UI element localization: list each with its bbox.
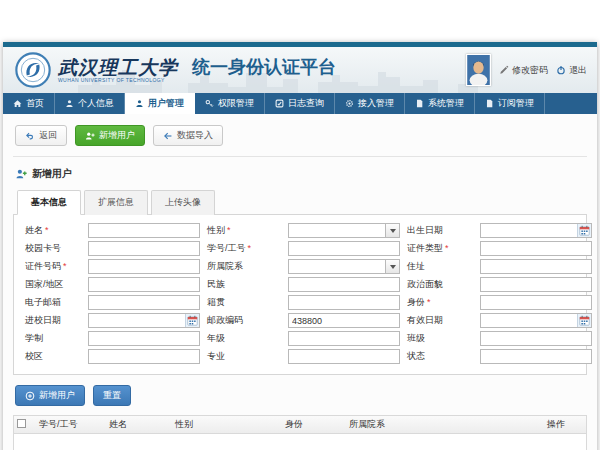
form-actions: 新增用户 重置	[13, 375, 587, 415]
table-header-cell: 身份	[282, 418, 346, 431]
status-input[interactable]	[480, 349, 592, 364]
gender-label: 性别*	[204, 224, 284, 237]
nav-item-user-management[interactable]: 用户管理	[125, 93, 195, 114]
nav-item-system-management[interactable]: 系统管理	[405, 93, 475, 114]
pencil-icon	[499, 65, 509, 75]
campus-card-no-input[interactable]	[88, 241, 200, 256]
department-label: 所属院系	[204, 260, 284, 273]
valid-date-input[interactable]	[480, 313, 592, 328]
chevron-down-icon[interactable]	[385, 260, 399, 273]
schooling-length-field	[88, 331, 200, 346]
file-icon	[415, 99, 424, 108]
name-field	[88, 223, 200, 238]
entry-date-input[interactable]	[88, 313, 200, 328]
required-asterisk: *	[45, 225, 49, 235]
class-input[interactable]	[480, 331, 592, 346]
name-input[interactable]	[88, 223, 200, 238]
university-name: 武汉理工大学	[58, 57, 178, 77]
major-input[interactable]	[288, 349, 400, 364]
change-password-link[interactable]: 修改密码	[499, 64, 548, 77]
nav-item-label: 个人信息	[78, 97, 114, 110]
status-label: 状态	[404, 350, 476, 363]
nav-item-permission-management[interactable]: 权限管理	[195, 93, 265, 114]
user-avatar[interactable]	[466, 54, 491, 86]
plus-circle-icon	[25, 391, 35, 401]
nav-item-subscription-management[interactable]: 订阅管理	[475, 93, 545, 114]
identity-input[interactable]	[480, 295, 592, 310]
country-region-field	[88, 277, 200, 292]
student-no-input[interactable]	[288, 241, 400, 256]
add-user-icon	[85, 131, 95, 141]
add-user-toolbar-button[interactable]: 新增用户	[75, 125, 145, 146]
address-field	[480, 259, 592, 274]
department-field	[288, 259, 400, 274]
student-no-label: 学号/工号*	[204, 242, 284, 255]
schooling-length-label: 学制	[22, 332, 84, 345]
tab-upload-avatar[interactable]: 上传头像	[151, 190, 215, 215]
id-number-label: 证件号码*	[22, 260, 84, 273]
id-number-input[interactable]	[88, 259, 200, 274]
department-select[interactable]	[288, 259, 400, 274]
schooling-length-input[interactable]	[88, 331, 200, 346]
table-header-cell: 性别	[172, 418, 282, 431]
reset-button[interactable]: 重置	[93, 385, 131, 406]
results-table: 学号/工号姓名性别身份所属院系操作	[13, 415, 587, 450]
birth-date-label: 出生日期	[404, 224, 476, 237]
grade-input[interactable]	[288, 331, 400, 346]
status-field	[480, 349, 592, 364]
native-place-input[interactable]	[288, 295, 400, 310]
entry-date-field	[88, 313, 200, 328]
user-form: 姓名*性别*出生日期校园卡号学号/工号*证件类型*证件号码*所属院系住址国家/地…	[22, 223, 578, 364]
id-type-input[interactable]	[480, 241, 592, 256]
valid-date-field	[480, 313, 592, 328]
nav-item-personal-info[interactable]: 个人信息	[55, 93, 125, 114]
section-header: 新增用户	[13, 157, 587, 190]
calendar-icon[interactable]	[577, 314, 591, 327]
postal-code-label: 邮政编码	[204, 314, 284, 327]
address-input[interactable]	[480, 259, 592, 274]
major-field	[288, 349, 400, 364]
nav-item-log-query[interactable]: 日志查询	[265, 93, 335, 114]
calendar-icon[interactable]	[577, 224, 591, 237]
select-all-checkbox[interactable]	[17, 419, 26, 428]
gender-select[interactable]	[288, 223, 400, 238]
nav-item-label: 接入管理	[358, 97, 394, 110]
id-type-field	[480, 241, 592, 256]
native-place-label: 籍贯	[204, 296, 284, 309]
calendar-icon[interactable]	[185, 314, 199, 327]
birth-date-input[interactable]	[480, 223, 592, 238]
logout-link[interactable]: 退出	[556, 64, 587, 77]
nav-item-access-management[interactable]: 接入管理	[335, 93, 405, 114]
address-label: 住址	[404, 260, 476, 273]
required-asterisk: *	[63, 261, 67, 271]
gender-field	[288, 223, 400, 238]
political-status-label: 政治面貌	[404, 278, 476, 291]
campus-card-no-label: 校园卡号	[22, 242, 84, 255]
nav-item-home[interactable]: 首页	[3, 93, 55, 114]
ethnicity-input[interactable]	[288, 277, 400, 292]
tab-basic-info[interactable]: 基本信息	[17, 190, 81, 215]
back-button-label: 返回	[39, 129, 57, 142]
nav-item-label: 用户管理	[148, 97, 184, 110]
birth-date-field	[480, 223, 592, 238]
postal-code-input[interactable]	[288, 313, 400, 328]
platform-title: 统一身份认证平台	[192, 55, 336, 79]
table-header-cell: 学号/工号	[36, 418, 106, 431]
tab-bar: 基本信息扩展信息上传头像	[13, 190, 587, 214]
nav-item-label: 首页	[26, 97, 44, 110]
data-import-button[interactable]: 数据导入	[153, 125, 223, 146]
campus-card-no-field	[88, 241, 200, 256]
data-import-label: 数据导入	[177, 129, 213, 142]
campus-input[interactable]	[88, 349, 200, 364]
grade-label: 年级	[204, 332, 284, 345]
email-input[interactable]	[88, 295, 200, 310]
tab-extended-info[interactable]: 扩展信息	[84, 190, 148, 215]
chevron-down-icon[interactable]	[385, 224, 399, 237]
country-region-input[interactable]	[88, 277, 200, 292]
name-label: 姓名*	[22, 224, 84, 237]
political-status-input[interactable]	[480, 277, 592, 292]
submit-add-user-button[interactable]: 新增用户	[15, 385, 85, 406]
back-button[interactable]: 返回	[15, 125, 67, 146]
required-asterisk: *	[227, 225, 231, 235]
campus-field	[88, 349, 200, 364]
